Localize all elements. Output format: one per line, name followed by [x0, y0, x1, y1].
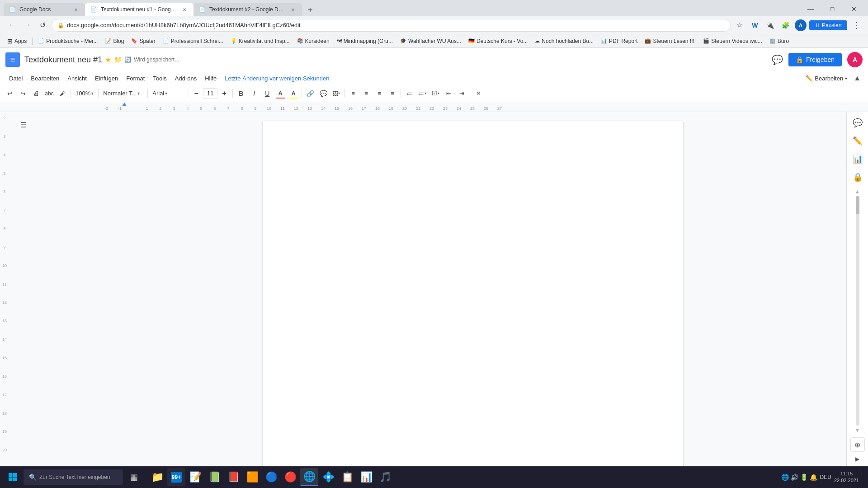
bookmark-2[interactable]: 📝Blog: [101, 37, 127, 45]
notification-icon[interactable]: 🔔: [810, 474, 817, 481]
taskbar-app-powerpoint[interactable]: 📕: [224, 468, 242, 486]
bulleted-list-button[interactable]: ≔ ▾: [416, 87, 429, 100]
font-size-input[interactable]: 11: [203, 88, 217, 99]
spell-check-button[interactable]: abc: [43, 87, 56, 100]
print-button[interactable]: 🖨: [30, 87, 42, 100]
bookmark-8[interactable]: 🎓Wahlfächer WU Aus...: [396, 37, 465, 45]
menu-addons[interactable]: Add-ons: [171, 73, 200, 84]
user-avatar[interactable]: A: [847, 52, 863, 67]
taskbar-app-excel[interactable]: 📗: [205, 468, 223, 486]
edit-mode-dropdown[interactable]: ✏️ Bearbeiten ▾: [802, 73, 851, 84]
time-display[interactable]: 11:15 22.02.2021: [834, 470, 859, 484]
clear-formatting-button[interactable]: ✕: [472, 87, 485, 100]
bookmark-4[interactable]: 📄Professionell Schrei...: [159, 37, 227, 45]
minimize-button[interactable]: —: [800, 2, 821, 16]
document-scroll-area[interactable]: [99, 112, 846, 466]
underline-button[interactable]: U: [261, 87, 274, 100]
link-button[interactable]: 🔗: [304, 87, 316, 100]
tab-close-3[interactable]: ✕: [289, 6, 297, 13]
taskbar-app-unknown[interactable]: 99+: [167, 468, 185, 486]
scroll-down-button[interactable]: ▼: [854, 427, 861, 434]
scrollbar-track[interactable]: [856, 196, 859, 426]
redo-button[interactable]: ↪: [17, 87, 29, 100]
bold-button[interactable]: B: [235, 87, 247, 100]
taskbar-search-bar[interactable]: 🔍 Zur Suche Text hier eingeben: [24, 469, 123, 485]
scroll-up-button[interactable]: ▲: [854, 188, 861, 195]
tab-google-docs[interactable]: 📄 Google Docs ✕: [4, 3, 85, 16]
style-dropdown[interactable]: Normaler T... ▾: [100, 89, 146, 98]
bookmark-star[interactable]: ☆: [733, 19, 746, 32]
menu-edit[interactable]: Bearbeiten: [27, 73, 63, 84]
bookmark-12[interactable]: 💼Steuern Lesen !!!!: [641, 37, 699, 45]
sidebar-comments-icon[interactable]: 💬: [850, 116, 865, 130]
decrease-indent-button[interactable]: ⇤: [442, 87, 455, 100]
battery-icon[interactable]: 🔋: [800, 474, 808, 481]
star-icon[interactable]: ★: [105, 56, 111, 64]
menu-insert[interactable]: Einfügen: [91, 73, 122, 84]
lang-indicator[interactable]: DEU: [820, 474, 831, 480]
increase-indent-button[interactable]: ⇥: [455, 87, 468, 100]
taskbar-app-chrome[interactable]: 🌐: [300, 468, 318, 486]
zoom-fit-button[interactable]: ⊕: [850, 437, 865, 452]
share-button[interactable]: 🔒 Freigeben: [788, 53, 842, 66]
pause-button[interactable]: ⏸ Pausiert: [809, 20, 847, 30]
extension-icon-3[interactable]: 🧩: [779, 19, 792, 32]
extension-icon-2[interactable]: 🔌: [764, 19, 777, 32]
bookmark-10[interactable]: ☁Noch hochladen Bu...: [531, 37, 597, 45]
task-view-button[interactable]: ▦: [125, 468, 143, 486]
collapse-toolbar-button[interactable]: ▲: [852, 72, 863, 84]
doc-outline-button[interactable]: ☰: [16, 117, 31, 132]
bookmark-6[interactable]: 📚Kursideen: [293, 37, 333, 45]
menu-view[interactable]: Ansicht: [64, 73, 90, 84]
bookmark-7[interactable]: 🗺Mindmapping (Gru...: [333, 37, 396, 45]
taskbar-app-spotify[interactable]: 🎵: [376, 468, 394, 486]
volume-icon[interactable]: 🔊: [791, 474, 798, 481]
text-color-button[interactable]: A: [274, 87, 287, 100]
tab-close-2[interactable]: ✕: [181, 6, 188, 13]
forward-button[interactable]: →: [21, 19, 33, 32]
bookmark-1[interactable]: 📄Produktsuche - Mer...: [34, 37, 101, 45]
checklist-button[interactable]: ☑ ▾: [429, 87, 442, 100]
sidebar-lock-icon[interactable]: 🔒: [850, 170, 865, 184]
highlight-button[interactable]: A: [287, 87, 300, 100]
last-edit-link[interactable]: Letzte Änderung vor wenigen Sekunden: [225, 75, 329, 82]
tab-add-button[interactable]: +: [304, 4, 316, 16]
menu-file[interactable]: Datei: [5, 73, 26, 84]
back-button[interactable]: ←: [5, 19, 18, 32]
tab-textdoc-2[interactable]: 📄 Textdokument #2 - Google Docs ✕: [193, 3, 302, 16]
bookmarks-apps[interactable]: ⊞ Apps: [4, 37, 30, 46]
taskbar-app-explorer[interactable]: 📁: [148, 468, 166, 486]
taskbar-app-word[interactable]: 📝: [186, 468, 204, 486]
taskbar-app-orange[interactable]: 🟧: [243, 468, 261, 486]
close-button[interactable]: ✕: [844, 2, 864, 16]
taskbar-app-red[interactable]: 🔴: [281, 468, 299, 486]
left-indent-marker[interactable]: [122, 103, 127, 106]
expand-button[interactable]: ▶: [854, 455, 861, 463]
bookmark-14[interactable]: 🏢Büro: [766, 37, 793, 45]
paint-format-button[interactable]: 🖌: [56, 87, 69, 100]
menu-button[interactable]: ⋮: [850, 19, 863, 32]
extension-icon-1[interactable]: W: [749, 19, 761, 32]
menu-help[interactable]: Hilfe: [201, 73, 220, 84]
start-button[interactable]: [4, 468, 22, 486]
taskbar-app-blue[interactable]: 🔵: [262, 468, 280, 486]
comment-button[interactable]: 💬: [772, 54, 783, 65]
bookmark-11[interactable]: 📊PDF Report: [597, 37, 641, 45]
bookmark-5[interactable]: 💡Kreativität und Insp...: [227, 37, 293, 45]
network-icon[interactable]: 🌐: [781, 474, 789, 481]
zoom-dropdown[interactable]: 100% ▾: [73, 89, 96, 98]
font-dropdown[interactable]: Arial ▾: [150, 89, 186, 98]
align-center-button[interactable]: ≡: [360, 87, 373, 100]
menu-format[interactable]: Format: [123, 73, 148, 84]
url-input[interactable]: 🔒 docs.google.com/document/d/1hUH8k6h7Lb…: [52, 19, 731, 32]
profile-avatar[interactable]: A: [795, 19, 807, 31]
taskbar-app-misc2[interactable]: 📊: [357, 468, 375, 486]
align-left-button[interactable]: ≡: [347, 87, 359, 100]
align-right-button[interactable]: ≡: [373, 87, 386, 100]
tab-close-1[interactable]: ✕: [72, 6, 80, 13]
sidebar-edit-icon[interactable]: ✏️: [850, 134, 865, 148]
italic-button[interactable]: I: [248, 87, 260, 100]
maximize-button[interactable]: □: [822, 2, 843, 16]
sidebar-chart-icon[interactable]: 📊: [850, 152, 865, 166]
bookmark-3[interactable]: 🔖Später: [127, 37, 159, 45]
